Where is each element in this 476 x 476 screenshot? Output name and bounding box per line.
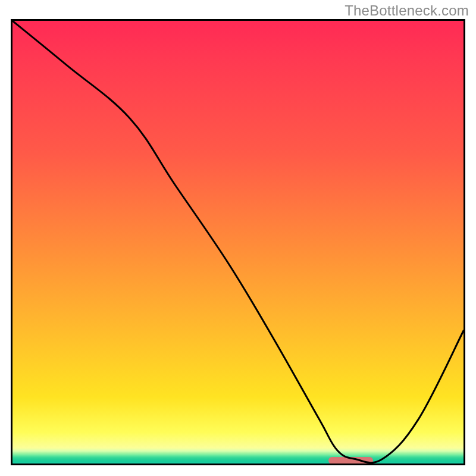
bottleneck-curve xyxy=(12,21,464,464)
chart-root: TheBottleneck.com xyxy=(0,0,476,476)
plot-frame xyxy=(11,19,465,465)
curve-path xyxy=(12,21,464,463)
watermark-text: TheBottleneck.com xyxy=(345,2,469,19)
